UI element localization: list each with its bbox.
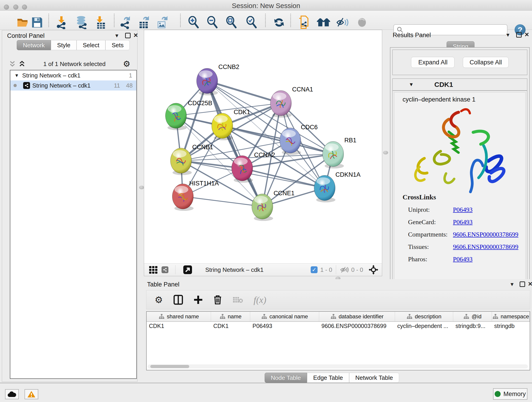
table-cell[interactable]: stringdb:9... [453, 322, 492, 330]
table-cell[interactable]: CDK1 [211, 322, 250, 330]
network-node-hist1h1a[interactable]: HIST1H1A [172, 180, 219, 211]
hidden-eye-icon[interactable] [340, 266, 349, 274]
column-header-canonicalname[interactable]: canonical name [250, 312, 319, 321]
crosslink-label: Tissues: [403, 243, 453, 250]
node-label: RB1 [344, 137, 356, 144]
float-panel-icon[interactable]: ▼ [510, 281, 515, 287]
column-header-namespace[interactable]: namespace [492, 312, 530, 321]
maximize-panel-icon[interactable] [516, 32, 522, 38]
network-row[interactable]: String Network – cdk1 11 48 [10, 80, 136, 90]
delete-table-icon[interactable] [233, 296, 243, 303]
title-bar: Session: New Session [0, 0, 532, 11]
crosslink-value-link[interactable]: P06493 [453, 255, 473, 263]
export-image-icon[interactable] [155, 16, 170, 29]
tab-node-table[interactable]: Node Table [265, 373, 307, 383]
network-edge[interactable] [183, 196, 262, 206]
zoom-in-icon[interactable] [186, 16, 201, 29]
network-node-cdkn1a[interactable]: CDKN1A [314, 171, 361, 202]
hide-unhide-icon[interactable] [336, 16, 350, 29]
detach-view-icon[interactable] [183, 265, 192, 274]
status-bar: Memory [0, 383, 532, 402]
network-node-ccna1[interactable]: CCNA1 [270, 86, 313, 118]
crosslink-value-link[interactable]: P06493 [453, 206, 473, 213]
string-homes-icon[interactable] [317, 16, 331, 29]
toolbar-separator [265, 14, 266, 27]
network-collection-row[interactable]: ▼ String Network – cdk1 1 [10, 70, 136, 80]
tab-network-table[interactable]: Network Table [349, 373, 399, 383]
maximize-panel-icon[interactable] [125, 33, 131, 38]
zoom-fit-icon[interactable] [224, 16, 239, 29]
maximize-panel-icon[interactable] [520, 281, 525, 287]
grid-view-icon[interactable] [149, 266, 157, 274]
network-node-ccne1[interactable]: CCNE1 [252, 190, 295, 221]
table-cell[interactable]: 9606.ENSP00000378699 [319, 322, 395, 330]
column-header-id[interactable]: @id [453, 312, 492, 321]
crosslink-label: Compartments: [403, 231, 453, 238]
close-panel-icon[interactable]: × [528, 281, 532, 287]
function-builder-icon[interactable]: f(x) [254, 294, 266, 305]
pan-crosshair-icon[interactable] [368, 264, 379, 275]
gear-icon[interactable]: ⚙ [123, 60, 130, 68]
network-node-cdc6[interactable]: CDC6 [280, 124, 318, 155]
collapse-section-icon[interactable]: ▼ [409, 82, 414, 88]
save-session-icon[interactable] [30, 16, 44, 29]
float-panel-icon[interactable]: ▼ [114, 33, 119, 39]
crosslink-value-link[interactable]: P06493 [453, 218, 473, 226]
table-cell[interactable]: CDK1 [147, 322, 211, 330]
column-header-databaseidentifier[interactable]: database identifier [319, 312, 395, 321]
expand-all-button[interactable]: Expand All [411, 57, 455, 68]
warning-status-button[interactable] [25, 389, 38, 399]
show-columns-icon[interactable] [173, 295, 183, 305]
table-row[interactable]: CDK1CDK1P064939606.ENSP00000378699cyclin… [147, 322, 530, 330]
crosslink-value-link[interactable]: 9606.ENSP00000378699 [453, 231, 518, 238]
memory-status-dot-icon [495, 391, 500, 397]
table-cell[interactable]: cyclin–dependent ... [395, 322, 453, 330]
collapse-all-button[interactable]: Collapse All [463, 57, 508, 68]
right-splitter-handle[interactable] [383, 151, 388, 154]
table-cell[interactable]: P06493 [250, 322, 319, 330]
import-network-icon[interactable] [54, 16, 69, 29]
column-header-name[interactable]: name [211, 312, 250, 321]
crosslink-value-link[interactable]: 9606.ENSP00000378699 [453, 243, 518, 250]
network-overview-icon[interactable] [162, 266, 168, 273]
tab-network[interactable]: Network [17, 40, 51, 50]
network-canvas[interactable]: CCNB2CCNA1CDC25BCDK1CDC6RB1CCNB1CCNA2CDK… [144, 30, 382, 263]
tab-select[interactable]: Select [76, 40, 105, 50]
close-panel-icon[interactable]: × [133, 32, 138, 38]
tab-sets[interactable]: Sets [105, 40, 130, 50]
network-edge[interactable] [207, 81, 281, 103]
horizontal-scrollbar[interactable] [147, 364, 528, 369]
delete-column-icon[interactable] [213, 295, 222, 305]
open-session-icon[interactable] [16, 16, 30, 29]
zoom-selected-icon[interactable] [244, 16, 259, 29]
close-panel-icon[interactable]: × [525, 32, 529, 37]
zoom-out-icon[interactable] [205, 16, 220, 29]
tab-edge-table[interactable]: Edge Table [307, 373, 349, 383]
table-settings-gear-icon[interactable]: ⚙ [155, 294, 163, 305]
import-database-icon[interactable] [75, 16, 89, 29]
network-selection-status: 1 of 1 Network selected [26, 61, 123, 68]
expand-all-icon[interactable] [18, 60, 26, 68]
left-splitter-handle[interactable] [139, 186, 144, 189]
add-column-icon[interactable] [194, 295, 203, 304]
refresh-layout-icon[interactable] [272, 16, 286, 29]
tab-style[interactable]: Style [51, 40, 76, 50]
export-network-icon[interactable] [118, 16, 133, 29]
export-table-icon[interactable] [137, 16, 152, 29]
eye-disabled-icon[interactable] [355, 16, 369, 29]
column-header-sharedname[interactable]: shared name [147, 312, 211, 321]
collapse-triangle-icon[interactable]: ▼ [14, 73, 19, 78]
toolbar-separator [180, 14, 181, 27]
import-table-icon[interactable] [93, 16, 108, 29]
network-edge[interactable] [207, 81, 262, 206]
selected-checkbox-icon[interactable]: ✓ [311, 266, 317, 273]
table-cell[interactable]: stringdb [492, 322, 530, 330]
collapse-all-icon[interactable] [8, 60, 16, 68]
string-document-icon[interactable] [297, 16, 311, 29]
column-header-description[interactable]: description [395, 312, 453, 321]
network-node-rb1[interactable]: RB1 [323, 137, 356, 168]
float-panel-icon[interactable]: ▼ [505, 32, 510, 38]
cloud-status-button[interactable] [5, 389, 19, 399]
scrollbar-thumb[interactable] [150, 365, 189, 368]
memory-button[interactable]: Memory [493, 388, 527, 400]
